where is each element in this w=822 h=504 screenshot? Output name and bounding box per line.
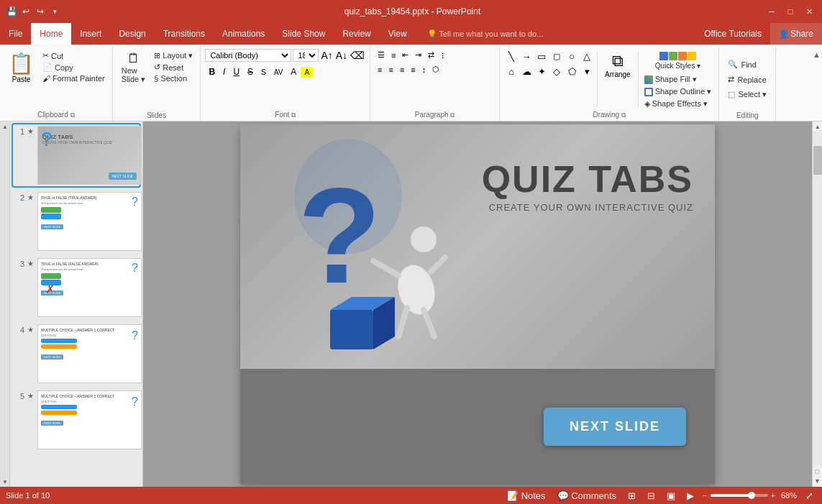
- bold-button[interactable]: B: [205, 65, 219, 78]
- format-painter-button[interactable]: 🖌Format Painter: [40, 73, 108, 83]
- text-highlight-button[interactable]: A: [301, 67, 313, 78]
- find-button[interactable]: 🔍 Find: [723, 58, 760, 70]
- rtl-button[interactable]: ⇄: [425, 49, 437, 61]
- font-increase-btn[interactable]: A↑: [320, 49, 333, 62]
- paste-button[interactable]: 📋 Paste: [4, 49, 38, 86]
- zoom-track[interactable]: [711, 494, 768, 497]
- new-slide-button[interactable]: 🗒 NewSlide ▾: [117, 49, 150, 87]
- collapse-ribbon-btn[interactable]: ▲: [813, 50, 821, 59]
- shape-10[interactable]: ◇: [549, 64, 564, 78]
- reset-button[interactable]: ↺Reset: [151, 62, 196, 73]
- minimize-btn[interactable]: ─: [764, 4, 779, 19]
- clear-formatting-btn[interactable]: ⌫: [350, 49, 365, 62]
- font-family-select[interactable]: Calibri (Body): [205, 49, 291, 62]
- line-spacing-button[interactable]: ↕: [419, 64, 429, 75]
- slideshow-btn[interactable]: ▶: [684, 489, 697, 503]
- save-icon[interactable]: 💾: [6, 6, 17, 17]
- menu-view[interactable]: View: [380, 23, 416, 45]
- maximize-btn[interactable]: □: [783, 4, 798, 19]
- underline-button[interactable]: U: [229, 65, 243, 78]
- arrow-shape[interactable]: →: [519, 49, 534, 63]
- justify-button[interactable]: ≡: [408, 64, 418, 75]
- align-left-button[interactable]: ≡: [375, 64, 385, 75]
- undo-icon[interactable]: ↩: [20, 6, 32, 17]
- paragraph-controls: ☰ ≡ ⇤ ⇥ ⇄ ⫶ ≡ ≡ ≡ ≡ ↕ ⬡: [375, 49, 448, 109]
- italic-button[interactable]: I: [219, 65, 229, 78]
- triangle-shape[interactable]: △: [580, 49, 594, 63]
- bullets-button[interactable]: ☰: [375, 49, 388, 61]
- menu-file[interactable]: File: [0, 23, 31, 45]
- numbering-button[interactable]: ≡: [388, 50, 398, 61]
- indent-more-button[interactable]: ⇥: [412, 49, 424, 61]
- zoom-dot[interactable]: [748, 492, 755, 499]
- shape-8[interactable]: ☁: [519, 64, 534, 78]
- align-center-button[interactable]: ≡: [385, 64, 396, 75]
- font-controls: Calibri (Body) 18 A↑ A↓ ⌫ B I U S S AV A…: [205, 49, 365, 109]
- menu-search[interactable]: 💡 Tell me what you want to do...: [419, 23, 552, 45]
- next-slide-button[interactable]: NEXT SLIDE: [544, 408, 686, 446]
- shape-7[interactable]: ⌂: [504, 64, 519, 78]
- shape-effects-button[interactable]: ◈ Shape Effects ▾: [641, 98, 715, 109]
- shape-outline-button[interactable]: Shape Outline ▾: [641, 86, 715, 97]
- oval-shape[interactable]: ○: [565, 49, 579, 63]
- close-btn[interactable]: ✕: [802, 4, 816, 19]
- font-color-button[interactable]: A: [287, 65, 300, 78]
- zoom-normal-btn[interactable]: □: [813, 467, 822, 476]
- customize-icon[interactable]: ▾: [49, 6, 60, 17]
- menu-animations[interactable]: Animations: [214, 23, 273, 45]
- slide-thumb-4[interactable]: 4 ★ MULTIPLE CHOICE – ANSWER 1 CORRECT Q…: [13, 323, 140, 385]
- replace-button[interactable]: ⇄ Replace: [723, 73, 770, 86]
- select-button[interactable]: ⬚ Select ▾: [723, 88, 771, 101]
- scroll-down-btn[interactable]: ▼: [0, 477, 10, 487]
- shape-9[interactable]: ✦: [534, 64, 549, 78]
- slide-preview-2: TRUE or FALSE (TRUE ANSWER) The question…: [37, 192, 142, 251]
- strikethrough-button[interactable]: S: [244, 65, 257, 78]
- layout-button[interactable]: ⊞Layout ▾: [151, 50, 196, 61]
- text-shadow-button[interactable]: S: [257, 67, 270, 78]
- reading-view-btn[interactable]: ▣: [664, 489, 678, 503]
- normal-view-btn[interactable]: ⊞: [625, 489, 639, 503]
- arrange-label: Arrange: [605, 70, 631, 78]
- notes-button[interactable]: 📝 Notes: [504, 489, 549, 503]
- slide-thumb-2[interactable]: 2 ★ TRUE or FALSE (TRUE ANSWER) The ques…: [13, 191, 140, 252]
- char-spacing-button[interactable]: AV: [270, 67, 287, 78]
- menu-review[interactable]: Review: [334, 23, 379, 45]
- slide-thumb-1[interactable]: 1 ★ QUIZ TABS CREATE YOUR OWN INTERACTIV…: [13, 124, 140, 186]
- font-decrease-btn[interactable]: A↓: [335, 49, 348, 62]
- right-scroll-up[interactable]: ▲: [813, 122, 822, 132]
- copy-button[interactable]: 📄Copy: [40, 62, 108, 73]
- menu-insert[interactable]: Insert: [71, 23, 110, 45]
- section-button[interactable]: §Section: [151, 73, 196, 83]
- line-shape[interactable]: ╲: [504, 49, 519, 63]
- slide-thumb-3[interactable]: 3 ★ TRUE or FALSE (FALSE ANSWER) The que…: [13, 257, 140, 319]
- redo-icon[interactable]: ↪: [35, 6, 46, 17]
- comments-button[interactable]: 💬 Comments: [554, 489, 619, 503]
- arrange-button[interactable]: ⧉ Arrange: [600, 49, 635, 81]
- menu-office-tutorials[interactable]: Office Tutorials: [695, 23, 770, 45]
- slide-sorter-btn[interactable]: ⊟: [644, 489, 658, 503]
- indent-less-button[interactable]: ⇤: [399, 49, 411, 61]
- menu-transitions[interactable]: Transitions: [155, 23, 214, 45]
- menu-slideshow[interactable]: Slide Show: [273, 23, 334, 45]
- shape-fill-button[interactable]: Shape Fill ▾: [641, 74, 715, 85]
- zoom-out-btn[interactable]: −: [703, 491, 707, 500]
- shape-more[interactable]: ▾: [580, 64, 594, 78]
- quick-styles-button[interactable]: Quick Styles ▾: [641, 49, 715, 73]
- columns-button[interactable]: ⫶: [438, 50, 448, 61]
- menu-share[interactable]: 👤 Share: [770, 23, 822, 45]
- rounded-rect-shape[interactable]: ▢: [549, 49, 564, 63]
- shape-11[interactable]: ⬠: [565, 64, 579, 78]
- scroll-down-main-btn[interactable]: ▼: [813, 477, 822, 485]
- zoom-in-btn[interactable]: +: [771, 491, 775, 500]
- menu-home[interactable]: Home: [31, 23, 71, 45]
- scroll-up-btn[interactable]: ▲: [0, 122, 10, 132]
- menu-design[interactable]: Design: [110, 23, 154, 45]
- cut-button[interactable]: ✂Cut: [40, 50, 108, 61]
- align-right-button[interactable]: ≡: [397, 64, 407, 75]
- right-scroll-thumb[interactable]: [813, 146, 822, 175]
- font-size-select[interactable]: 18: [293, 49, 319, 62]
- fit-slide-btn[interactable]: ⤢: [803, 489, 816, 503]
- rect-shape[interactable]: ▭: [534, 49, 549, 63]
- slide-thumb-5[interactable]: 5 ★ MULTIPLE CHOICE – ANSWER 2 CORRECT Q…: [13, 389, 140, 451]
- convert-smartart-button[interactable]: ⬡: [429, 63, 442, 75]
